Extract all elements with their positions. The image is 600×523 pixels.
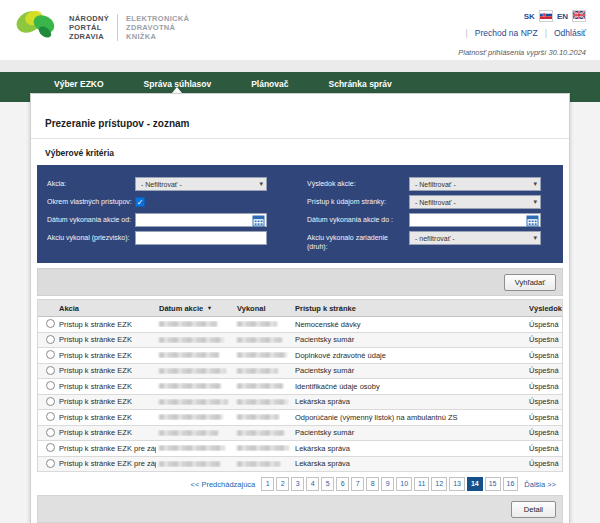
page-button-2[interactable]: 2: [276, 477, 289, 491]
pagination-previous-link[interactable]: << Predchádzajúca: [191, 480, 256, 489]
cell-akcia: Prístup k stránke EZK: [56, 335, 156, 344]
row-radio-button[interactable]: [46, 335, 55, 344]
logout-link[interactable]: Odhlásiť: [554, 28, 586, 38]
page-button-15[interactable]: 15: [485, 477, 501, 491]
uk-flag-icon[interactable]: [572, 10, 586, 22]
page-button-12[interactable]: 12: [431, 477, 447, 491]
cell-datum-redacted: [156, 430, 234, 436]
content-panel: Prezeranie prístupov - zoznam Výberové k…: [30, 93, 570, 523]
prechod-na-npz-link[interactable]: Prechod na NPZ: [475, 28, 538, 38]
cell-pristup-k-stranke: Pacientsky sumár: [292, 366, 526, 375]
page-button-13[interactable]: 13: [449, 477, 465, 491]
header-gray-strip: [0, 60, 600, 72]
link-divider: |: [465, 28, 467, 38]
page-button-7[interactable]: 7: [351, 477, 364, 491]
redacted-date-block: [159, 368, 226, 374]
sort-desc-icon: ▼: [205, 305, 212, 311]
lang-sk-link[interactable]: SK: [524, 12, 535, 21]
row-radio-button[interactable]: [46, 459, 55, 468]
table-row[interactable]: Prístup k stránke EZKIdentifikačné údaje…: [38, 379, 562, 395]
row-radio-button[interactable]: [46, 319, 55, 328]
akcia-select[interactable]: - Nefiltrovať -▾: [135, 177, 267, 191]
table-row[interactable]: Prístup k stránke EZKPacientsky sumárÚsp…: [38, 364, 562, 380]
table-row[interactable]: Prístup k stránke EZKPacientsky sumárÚsp…: [38, 333, 562, 349]
page-button-1[interactable]: 1: [261, 477, 274, 491]
cell-pristup-k-stranke: Doplnkové zdravotné údaje: [292, 351, 526, 360]
chevron-down-icon: ▾: [533, 198, 537, 206]
lang-en-link[interactable]: EN: [557, 12, 568, 21]
row-radio-button[interactable]: [46, 428, 55, 437]
akciu-vykonal-priezvisko-input[interactable]: [135, 231, 267, 245]
page-button-10[interactable]: 10: [396, 477, 412, 491]
cell-vykonal-redacted: [234, 321, 292, 327]
cell-datum-redacted: [156, 445, 234, 451]
page-button-6[interactable]: 6: [336, 477, 349, 491]
table-row[interactable]: Prístup k stránke EZKLekárska správaÚspe…: [38, 395, 562, 411]
redacted-name-block: [237, 368, 278, 374]
cell-akcia: Prístup k stránke EZK: [56, 397, 156, 406]
page-button-14[interactable]: 14: [467, 477, 483, 491]
table-row[interactable]: Prístup k stránke EZKOdporúčanie (výmenn…: [38, 410, 562, 426]
datum-vykonania-akcie-do-input[interactable]: [409, 213, 541, 227]
table-row[interactable]: Prístup k stránke EZKDoplnkové zdravotné…: [38, 348, 562, 364]
datum-vykonania-akcie-od-input[interactable]: [135, 213, 267, 227]
table-row[interactable]: Prístup k stránke EZKNemocenské dávkyÚsp…: [38, 317, 562, 333]
akciu-vykonalo-zariadenie-druh-select[interactable]: - nefiltrovať -▾: [409, 231, 541, 245]
cell-vysledok: Úspešná: [526, 459, 562, 468]
cell-datum-redacted: [156, 399, 234, 405]
vysledok-akcie-select[interactable]: - Nefiltrovať -▾: [409, 177, 541, 191]
redacted-name-block: [237, 414, 279, 420]
redacted-date-block: [159, 337, 224, 343]
language-switcher: SK EN: [524, 10, 586, 22]
row-radio-button[interactable]: [46, 381, 55, 390]
table-row[interactable]: Prístup k stránke EZK pre zápisLekárska …: [38, 457, 562, 473]
filter-label-okrem-vlastnych-pristupov: Okrem vlastných prístupov:: [47, 195, 135, 207]
row-radio-button[interactable]: [46, 397, 55, 406]
filter-label-akciu-vykonalo-zariadenie-druh: Akciu vykonalo zariadenie (druh):: [307, 231, 409, 251]
cell-vykonal-redacted: [234, 352, 292, 358]
chevron-down-icon: ▾: [533, 180, 537, 188]
calendar-icon[interactable]: [526, 214, 539, 227]
page-button-5[interactable]: 5: [321, 477, 334, 491]
page-button-11[interactable]: 11: [414, 477, 429, 491]
table-row[interactable]: Prístup k stránke EZKPacientsky sumárÚsp…: [38, 426, 562, 442]
pristup-k-udajom-stranky-select[interactable]: - Nefiltrovať -▾: [409, 195, 541, 209]
search-button[interactable]: Vyhľadať: [504, 274, 556, 291]
page-button-3[interactable]: 3: [291, 477, 304, 491]
row-radio-button[interactable]: [46, 443, 55, 452]
page-button-9[interactable]: 9: [381, 477, 394, 491]
redacted-date-block: [159, 352, 219, 358]
redacted-name-block: [237, 445, 289, 451]
row-radio-button[interactable]: [46, 366, 55, 375]
table-header-row: AkciaDátum akcie ▼VykonalPrístup k strán…: [38, 300, 562, 317]
npz-logo[interactable]: NÁRODNÝ PORTÁL ZDRAVIA ELEKTRONICKÁ ZDRA…: [14, 7, 189, 47]
table-row[interactable]: Prístup k stránke EZK pre zápisLekárska …: [38, 441, 562, 457]
calendar-icon[interactable]: [252, 214, 265, 227]
page-button-8[interactable]: 8: [366, 477, 379, 491]
brand-divider: [117, 14, 118, 41]
row-radio-button[interactable]: [46, 412, 55, 421]
redacted-date-block: [159, 461, 220, 467]
cell-vysledok: Úspešná: [526, 366, 562, 375]
redacted-name-block: [237, 337, 282, 343]
page-button-16[interactable]: 16: [503, 477, 519, 491]
row-radio-button[interactable]: [46, 350, 55, 359]
cell-pristup-k-stranke: Pacientsky sumár: [292, 335, 526, 344]
cell-vykonal-redacted: [234, 445, 292, 451]
npz-heart-leaves-icon: [14, 7, 60, 47]
filter-label-akciu-vykonal-priezvisko: Akciu vykonal (priezvisko):: [47, 231, 135, 243]
detail-button[interactable]: Detail: [511, 501, 556, 518]
cell-datum-redacted: [156, 352, 234, 358]
slovak-flag-icon[interactable]: [539, 10, 553, 22]
cell-vysledok: Úspešná: [526, 428, 562, 437]
cell-datum-redacted: [156, 321, 234, 327]
pristup-k-udajom-stranky-selected-value: - Nefiltrovať -: [415, 199, 456, 206]
link-divider: |: [545, 28, 547, 38]
column-header-vysledok: Výsledok: [526, 304, 562, 313]
vysledok-akcie-selected-value: - Nefiltrovať -: [415, 181, 456, 188]
okrem-vlastnych-pristupov-checkbox[interactable]: ✓: [135, 197, 145, 207]
pagination-next-link[interactable]: Ďalšia >>: [524, 480, 556, 489]
cell-vykonal-redacted: [234, 368, 292, 374]
detail-action-bar: Detail: [37, 495, 563, 523]
page-button-4[interactable]: 4: [306, 477, 319, 491]
